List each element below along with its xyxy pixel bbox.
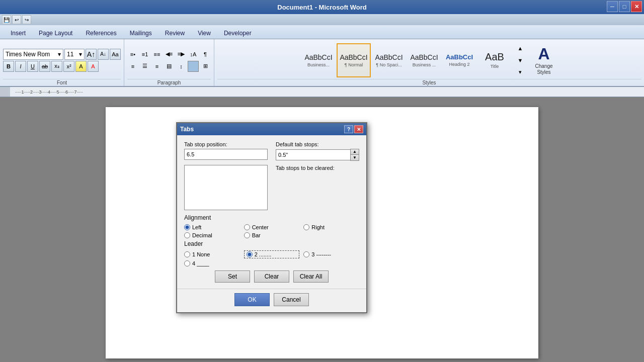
align-right-radio[interactable] xyxy=(303,224,309,230)
clear-button[interactable]: Clear xyxy=(254,270,289,283)
align-center-radio[interactable] xyxy=(244,224,250,230)
shading-button[interactable] xyxy=(188,61,199,72)
change-styles-button[interactable]: A ChangeStyles xyxy=(529,43,559,77)
paragraph-group-label: Paragraph xyxy=(127,79,211,86)
style-card-title[interactable]: AaB Title xyxy=(477,43,512,77)
style-card-label-0: Business... xyxy=(307,62,330,67)
align-right-button[interactable]: ≡ xyxy=(151,61,163,72)
clear-all-button[interactable]: Clear All xyxy=(293,270,329,283)
leader-radio-group: 1 None 2 ........ 3 -------- 4 ____ xyxy=(184,250,359,266)
align-left-radio[interactable] xyxy=(184,224,190,230)
line-spacing-button[interactable]: ↕ xyxy=(176,61,187,72)
leader-underline-radio[interactable] xyxy=(184,260,190,266)
sort-button[interactable]: ↕A xyxy=(188,49,199,60)
style-card-normal[interactable]: AaBbCcI ¶ Normal xyxy=(337,43,371,77)
ruler-container: ·····1·····2·····3·····4·····5·····6····… xyxy=(0,87,644,97)
save-qa-button[interactable]: 💾 xyxy=(2,15,11,24)
style-card-label-5: Title xyxy=(491,64,499,69)
redo-qa-button[interactable]: ↪ xyxy=(22,15,31,24)
dialog-help-button[interactable]: ? xyxy=(344,125,353,133)
borders-button[interactable]: ⊞ xyxy=(200,61,211,72)
ribbon-tabs: Insert Page Layout References Mailings R… xyxy=(0,25,644,39)
styles-scroll-up[interactable]: ▲ xyxy=(515,43,526,54)
strikethrough-button[interactable]: ab xyxy=(39,61,50,72)
leader-none-radio[interactable] xyxy=(184,251,190,257)
increase-indent-button[interactable]: ≡▶ xyxy=(176,49,187,60)
superscript-button[interactable]: x² xyxy=(63,61,74,72)
styles-gallery: AaBbCcI Business... AaBbCcI ¶ Normal AaB… xyxy=(299,41,514,79)
alignment-section: Alignment Left Center Right xyxy=(184,214,359,238)
numbering-button[interactable]: ≡1 xyxy=(139,49,150,60)
style-card-preview-4: AaBbCcI xyxy=(446,53,473,61)
leader-none-option[interactable]: 1 None xyxy=(184,250,240,258)
style-card-nospace[interactable]: AaBbCcI ¶ No Spaci... xyxy=(372,43,406,77)
tab-review[interactable]: Review xyxy=(158,27,191,39)
styles-scroll-down[interactable]: ▼ xyxy=(515,55,526,66)
undo-qa-button[interactable]: ↩ xyxy=(12,15,21,24)
dialog-title-bar: Tabs ? ✕ xyxy=(177,123,366,135)
style-card-preview-5: AaB xyxy=(485,51,504,63)
default-tab-stop-group: Default tab stops: ▲ ▼ xyxy=(276,141,359,161)
leader-dots-radio[interactable] xyxy=(247,251,253,257)
style-card-business1[interactable]: AaBbCcI Business... xyxy=(301,43,336,77)
align-right-option[interactable]: Right xyxy=(303,224,359,230)
action-buttons: Set Clear Clear All xyxy=(184,270,359,283)
tab-mailings[interactable]: Mailings xyxy=(123,27,158,39)
align-center-button[interactable]: ☰ xyxy=(139,61,150,72)
justify-button[interactable]: ▤ xyxy=(164,61,175,72)
dialog-close-button[interactable]: ✕ xyxy=(354,125,363,133)
tab-developer[interactable]: Developer xyxy=(217,27,258,39)
align-bar-radio[interactable] xyxy=(244,232,250,238)
subscript-button[interactable]: x₂ xyxy=(51,61,62,72)
leader-dots-option[interactable]: 2 ........ xyxy=(244,250,300,258)
font-shrink-button[interactable]: A↓ xyxy=(98,49,109,60)
tab-stop-position-input[interactable] xyxy=(184,149,268,160)
multilevel-button[interactable]: ≡≡ xyxy=(151,49,163,60)
tab-view[interactable]: View xyxy=(191,27,217,39)
font-size-selector[interactable]: 11 ▾ xyxy=(64,49,85,60)
leader-dashes-option[interactable]: 3 -------- xyxy=(303,250,359,258)
spinner-up[interactable]: ▲ xyxy=(351,149,359,155)
default-tab-input[interactable] xyxy=(276,149,350,160)
cancel-button[interactable]: Cancel xyxy=(274,293,309,306)
align-decimal-radio[interactable] xyxy=(184,232,190,238)
close-button[interactable]: ✕ xyxy=(631,1,642,12)
app-title: Document1 - Microsoft Word xyxy=(277,4,366,11)
align-left-button[interactable]: ≡ xyxy=(127,61,138,72)
font-color-button[interactable]: A xyxy=(88,61,99,72)
clear-format-button[interactable]: Aa xyxy=(110,49,121,60)
text-highlight-button[interactable]: A xyxy=(75,61,87,72)
ok-button[interactable]: OK xyxy=(234,293,270,306)
tab-page-layout[interactable]: Page Layout xyxy=(32,27,79,39)
align-decimal-option[interactable]: Decimal xyxy=(184,232,240,238)
font-name-selector[interactable]: Times New Rom ▾ xyxy=(3,49,63,60)
dialog-content: Tab stop position: Default tab stops: ▲ … xyxy=(177,135,366,289)
spinner-buttons: ▲ ▼ xyxy=(350,149,359,161)
tab-list-box[interactable] xyxy=(184,165,268,210)
style-card-heading2[interactable]: AaBbCcI Heading 2 xyxy=(442,43,476,77)
font-grow-button[interactable]: A↑ xyxy=(86,49,97,60)
set-button[interactable]: Set xyxy=(215,270,250,283)
bold-button[interactable]: B xyxy=(3,61,14,72)
alignment-label: Alignment xyxy=(184,214,359,221)
restore-button[interactable]: □ xyxy=(619,1,630,12)
italic-button[interactable]: I xyxy=(15,61,26,72)
style-card-business2[interactable]: AaBbCcI Business ... xyxy=(407,43,441,77)
minimize-button[interactable]: ─ xyxy=(607,1,618,12)
align-left-option[interactable]: Left xyxy=(184,224,240,230)
show-para-button[interactable]: ¶ xyxy=(200,49,211,60)
leader-underline-option[interactable]: 4 ____ xyxy=(184,260,240,266)
tab-references[interactable]: References xyxy=(79,27,123,39)
underline-button[interactable]: U xyxy=(27,61,38,72)
bullets-button[interactable]: ≡• xyxy=(127,49,138,60)
styles-more[interactable]: ▾ xyxy=(515,67,526,78)
spinner-down[interactable]: ▼ xyxy=(351,155,359,160)
align-center-option[interactable]: Center xyxy=(244,224,300,230)
tab-insert[interactable]: Insert xyxy=(4,27,32,39)
align-bar-option[interactable]: Bar xyxy=(244,232,300,238)
decrease-indent-button[interactable]: ◀≡ xyxy=(164,49,175,60)
change-styles-icon: A xyxy=(538,45,549,63)
leader-dashes-radio[interactable] xyxy=(303,251,309,257)
style-card-preview-3: AaBbCcI xyxy=(410,53,438,61)
tab-stop-position-group: Tab stop position: xyxy=(184,141,268,161)
